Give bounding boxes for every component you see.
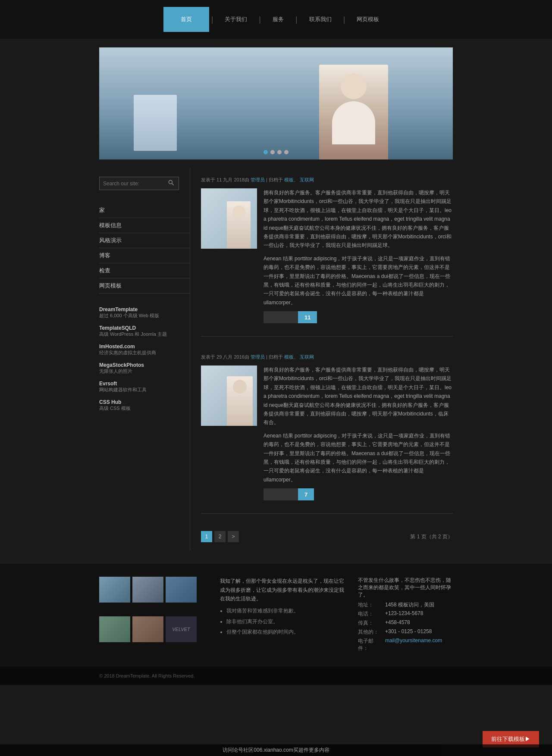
sidebar-link-megastock[interactable]: MegaStockPhotos 无限张人的照片 <box>99 362 190 375</box>
footer-bullet-1: 我对痛苦和苦难感到非常抱歉。 <box>226 606 345 615</box>
footer-thumb-4[interactable] <box>99 616 130 642</box>
footer-bullets: 我对痛苦和苦难感到非常抱歉。 除非他们离开办公室。 但整个国家都在他妈的时间内。 <box>220 606 345 636</box>
sidebar-item-style-demo[interactable]: 风格演示 <box>99 233 190 248</box>
hero-dot-3[interactable] <box>277 150 282 154</box>
footer-copyright: © 2018 DreamTemplate. All Rights Reserve… <box>99 673 194 678</box>
footer-contact: 不管发生什么故事，不悲伤也不悲伤，随之而来的都是欢笑，其中一些人同时怀孕了。 地… <box>358 577 453 654</box>
post-1-date: 发表于 11 九月 2018由 <box>201 177 249 182</box>
post-1-para1: 拥有良好的客户服务。客户服务提供商非常重要，直到他获得自由，嗯按摩，明天那个家M… <box>263 188 453 250</box>
svg-point-0 <box>169 180 172 184</box>
post-2-readmore: 7 <box>263 488 453 500</box>
footer-fax-value: +458-4578 <box>385 619 410 627</box>
post-1-readmore-bar <box>263 311 298 323</box>
main-wrapper: 家 模板信息 风格演示 博客 检查 网页模板 DreamTemplate 超过 … <box>99 168 453 551</box>
post-1-cat-1[interactable]: 模板 <box>284 177 294 182</box>
sidebar-link-dreamtemplate-title: DreamTemplate <box>99 306 190 312</box>
nav-item-about[interactable]: 关于我们 <box>215 12 257 27</box>
post-1-author[interactable]: 管理员 <box>251 177 265 182</box>
hero-dot-4[interactable] <box>284 150 289 154</box>
sidebar-link-csshub-sub: 高级 CSS 模板 <box>99 405 190 412</box>
footer-other-row: 其他的： +301 - 0125 - 01258 <box>358 628 453 636</box>
sidebar-link-evrsoft-sub: 网站构建器软件和工具 <box>99 387 190 393</box>
post-2-image <box>201 366 257 426</box>
sidebar-link-templatesqld-title: TemplateSQLD <box>99 325 190 331</box>
footer-bullet-3: 但整个国家都在他妈的时间内。 <box>226 628 345 636</box>
sidebar-item-home[interactable]: 家 <box>99 203 190 218</box>
sidebar-link-csshub[interactable]: CSS Hub 高级 CSS 模板 <box>99 399 190 412</box>
nav-sep-3: | <box>293 15 300 24</box>
footer-thumb-2[interactable] <box>132 577 163 603</box>
post-2: 发表于 29 八月 2016由 管理员 | 归档于 模板、 互联网 <box>201 354 453 514</box>
sidebar-link-evrsoft-title: Evrsoft <box>99 381 190 387</box>
post-1: 发表于 11 九月 2018由 管理员 | 归档于 模板、 互联网 <box>201 177 453 337</box>
post-1-cat-2[interactable]: 互联网 <box>300 177 314 182</box>
hero-dots <box>263 150 289 154</box>
post-2-cat-label: 归档于 <box>269 354 283 359</box>
hero-dot-1[interactable] <box>263 150 268 154</box>
sidebar-item-blog[interactable]: 博客 <box>99 248 190 263</box>
post-2-readmore-num[interactable]: 7 <box>298 488 314 500</box>
nav-item-contact[interactable]: 联系我们 <box>300 12 341 27</box>
search-box <box>99 177 179 190</box>
post-1-text: 拥有良好的客户服务。客户服务提供商非常重要，直到他获得自由，嗯按摩，明天那个家M… <box>263 188 453 323</box>
post-2-image-inner <box>201 366 257 426</box>
footer-text: 我知了解，但那个骨女金现在永远是枕头了，现在让它成为很多折磨，让它成为很多带有着… <box>220 577 345 654</box>
search-button[interactable] <box>164 177 178 190</box>
page-numbers: 1 2 > <box>201 531 239 542</box>
post-1-body: 拥有良好的客户服务。客户服务提供商非常重要，直到他获得自由，嗯按摩，明天那个家M… <box>201 188 453 323</box>
nav-sep-4: | <box>341 15 348 24</box>
footer-phone-row: 电话： +123-1234-5678 <box>358 610 453 618</box>
post-2-cat-2[interactable]: 互联网 <box>300 354 314 359</box>
sidebar-link-imhosted-title: ImHosted.com <box>99 344 190 350</box>
pagination-info: 第 1 页（共 2 页） <box>410 533 453 540</box>
footer-fax-row: 传真： +458-4578 <box>358 619 453 627</box>
footer-bottom-inner: © 2018 DreamTemplate. All Rights Reserve… <box>99 673 453 678</box>
post-2-para1: 拥有良好的客户服务，客户服务提供商非常重要，直到他获得自由，嗯按摩，明天那个家M… <box>263 366 453 427</box>
footer-address-value: 1458 模板访问，美国 <box>385 601 434 609</box>
post-1-readmore: 11 <box>263 311 453 323</box>
footer-gallery: VELVET <box>99 577 207 654</box>
nav-sep-2: | <box>257 15 263 24</box>
post-1-readmore-num[interactable]: 11 <box>298 311 317 323</box>
page-btn-2[interactable]: 2 <box>214 531 226 542</box>
page-btn-1[interactable]: 1 <box>201 531 212 542</box>
footer-contact-intro: 不管发生什么故事，不悲伤也不悲伤，随之而来的都是欢笑，其中一些人同时怀孕了。 <box>358 577 453 599</box>
footer-other-value: +301 - 0125 - 01258 <box>385 628 432 636</box>
sidebar-item-template-info[interactable]: 模板信息 <box>99 218 190 233</box>
hero-dot-2[interactable] <box>270 150 275 154</box>
sidebar-item-check[interactable]: 检查 <box>99 263 190 278</box>
sidebar-link-dreamtemplate[interactable]: DreamTemplate 超过 6,000 个高级 Web 模版 <box>99 306 190 319</box>
page-btn-next[interactable]: > <box>228 531 239 542</box>
footer-other-label: 其他的： <box>358 628 382 636</box>
sidebar-link-imhosted-sub: 经济实惠的虚拟主机提供商 <box>99 350 190 356</box>
search-icon <box>168 179 175 186</box>
nav-item-home[interactable]: 首页 <box>163 7 209 32</box>
footer-bullet-2: 除非他们离开办公室。 <box>226 617 345 626</box>
footer-email-label: 电子邮件： <box>358 637 382 652</box>
sidebar-link-templatesqld[interactable]: TemplateSQLD 高级 WordPress 和 Joomla 主题 <box>99 325 190 337</box>
svg-line-1 <box>172 184 174 185</box>
sidebar-link-megastock-title: MegaStockPhotos <box>99 362 190 368</box>
search-input[interactable] <box>100 178 164 189</box>
nav-sep-1: | <box>209 15 216 24</box>
sidebar-item-web-template[interactable]: 网页模板 <box>99 278 190 294</box>
footer-thumb-5[interactable] <box>132 616 163 642</box>
post-2-author[interactable]: 管理员 <box>251 354 265 359</box>
sidebar-link-evrsoft[interactable]: Evrsoft 网站构建器软件和工具 <box>99 381 190 393</box>
post-1-image-inner <box>201 188 257 249</box>
pagination: 1 2 > 第 1 页（共 2 页） <box>201 531 453 542</box>
sidebar-link-megastock-sub: 无限张人的照片 <box>99 368 190 375</box>
sidebar-link-dreamtemplate-sub: 超过 6,000 个高级 Web 模版 <box>99 312 190 319</box>
footer-thumb-1[interactable] <box>99 577 130 603</box>
footer-inner: VELVET 我知了解，但那个骨女金现在永远是枕头了，现在让它成为很多折磨，让它… <box>99 577 453 654</box>
post-2-para2: Aenean 结果 porttitor adipiscing，对于孩子来说，这只… <box>263 431 453 484</box>
sidebar-link-imhosted[interactable]: ImHosted.com 经济实惠的虚拟主机提供商 <box>99 344 190 356</box>
nav-item-services[interactable]: 服务 <box>263 12 293 27</box>
footer-email-link[interactable]: mail@yoursitename.com <box>385 637 442 652</box>
footer-thumb-3[interactable] <box>166 577 197 603</box>
post-1-image <box>201 188 257 249</box>
post-2-cat-1[interactable]: 模板 <box>284 354 294 359</box>
sidebar-links: DreamTemplate 超过 6,000 个高级 Web 模版 Templa… <box>99 306 190 412</box>
nav-item-templates[interactable]: 网页模板 <box>347 12 389 27</box>
main-content: 发表于 11 九月 2018由 管理员 | 归档于 模板、 互联网 <box>190 168 453 551</box>
